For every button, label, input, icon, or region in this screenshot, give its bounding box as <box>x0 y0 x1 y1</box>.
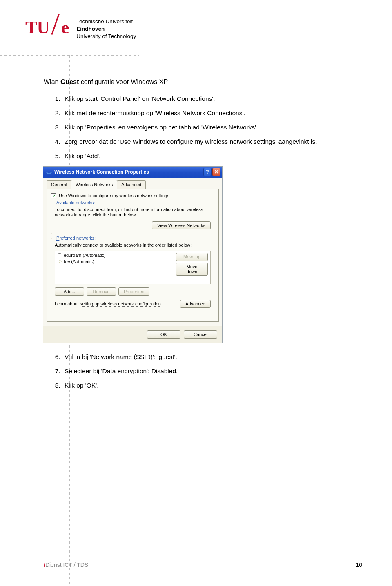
uni-line1: Technische Universiteit <box>76 18 136 25</box>
learn-row: Learn about setting up wireless network … <box>55 300 211 308</box>
page-header: TU / e Technische Universiteit Eindhoven… <box>25 17 136 40</box>
uni-line3: University of Technology <box>76 33 136 40</box>
help-button[interactable]: ? <box>203 168 212 176</box>
use-windows-checkbox-row: ✔ Use Windows to configure my wireless n… <box>51 193 214 198</box>
learn-prefix: Learn about <box>55 301 80 306</box>
step-item: Klik op start 'Control Panel' en 'Networ… <box>62 95 362 103</box>
steps-list-after: Vul in bij 'Network name (SSID)': 'guest… <box>62 353 362 390</box>
wireless-icon <box>46 169 52 175</box>
use-windows-label: Use Windows to configure my wireless net… <box>59 193 169 198</box>
tab-strip: General Wireless Networks Advanced <box>47 180 219 189</box>
available-networks-group: Available networks: To connect to, disco… <box>51 203 214 234</box>
list-item[interactable]: eduroam (Automatic) <box>58 253 171 258</box>
use-windows-checkbox[interactable]: ✔ <box>51 193 56 198</box>
learn-text: Learn about setting up wireless network … <box>55 301 162 306</box>
preferred-networks-text: Automatically connect to available netwo… <box>55 243 211 248</box>
document-content: Wlan Guest configuratie voor Windows XP … <box>44 78 362 396</box>
tab-wireless-networks[interactable]: Wireless Networks <box>71 180 117 189</box>
move-up-button[interactable]: Move up <box>176 253 208 261</box>
tab-advanced[interactable]: Advanced <box>117 180 146 189</box>
page-number: 10 <box>356 561 362 568</box>
view-wireless-networks-button[interactable]: View Wireless Networks <box>152 221 211 229</box>
title-suffix: configuratie voor Windows XP <box>79 78 168 85</box>
learn-link[interactable]: setting up wireless network configuratio… <box>80 301 162 307</box>
close-button[interactable]: ✕ <box>212 168 220 176</box>
title-prefix: Wlan <box>44 78 60 85</box>
move-buttons: Move up Move down <box>174 251 210 284</box>
underline-w: W <box>68 193 72 198</box>
logo-tu: TU <box>25 17 49 38</box>
advanced-button[interactable]: Advanced <box>180 300 211 308</box>
svg-point-3 <box>60 253 60 254</box>
properties-button[interactable]: Properties <box>118 287 149 296</box>
step-item: Zorg ervoor dat de 'Use Windows to confi… <box>62 138 362 146</box>
logo-e: e <box>61 17 69 38</box>
title-bold: Guest <box>60 78 79 85</box>
preferred-networks-group: Preferred networks: Automatically connec… <box>51 238 214 312</box>
dialog-titlebar: Wireless Network Connection Properties ?… <box>43 167 222 178</box>
university-name: Technische Universiteit Eindhoven Univer… <box>76 18 136 40</box>
svg-point-0 <box>49 174 49 174</box>
network-label: tue (Automatic) <box>64 259 94 264</box>
ok-button[interactable]: OK <box>147 330 180 339</box>
available-networks-title: Available networks: <box>55 200 97 205</box>
step-item: Klik op 'OK'. <box>62 381 362 390</box>
step-item: Vul in bij 'Network name (SSID)': 'guest… <box>62 353 362 361</box>
antenna-icon <box>58 253 62 258</box>
tab-general[interactable]: General <box>47 180 71 189</box>
step-item: Klik op 'Add'. <box>62 152 362 160</box>
network-list: eduroam (Automatic) tue (Automatic) <box>55 251 174 284</box>
step-item: Klik met de rechtermuisknop op 'Wireless… <box>62 109 362 118</box>
dialog-body: General Wireless Networks Advanced ✔ Use… <box>43 178 222 326</box>
svg-point-4 <box>60 262 60 263</box>
preferred-networks-title: Preferred networks: <box>55 236 97 241</box>
page-footer: /Dienst ICT / TDS 10 <box>44 561 362 568</box>
wifi-icon <box>58 259 62 264</box>
uni-line2: Eindhoven <box>76 25 136 33</box>
step-item: Selecteer bij 'Data encryption': Disable… <box>62 367 362 376</box>
logo-slash-icon: / <box>51 14 60 35</box>
section-title: Wlan Guest configuratie voor Windows XP <box>44 78 362 86</box>
step-item: Klik op 'Properties' en vervolgens op he… <box>62 123 362 132</box>
xp-properties-dialog: Wireless Network Connection Properties ?… <box>43 166 223 343</box>
cancel-button[interactable]: Cancel <box>184 330 217 339</box>
dialog-footer: OK Cancel <box>43 326 222 343</box>
available-networks-text: To connect to, disconnect from, or find … <box>55 207 211 218</box>
preferred-networks-listbox[interactable]: eduroam (Automatic) tue (Automatic) Move… <box>55 251 211 284</box>
footer-dept-text: Dienst ICT / TDS <box>45 561 88 568</box>
footer-dept: /Dienst ICT / TDS <box>44 561 88 568</box>
dialog-title: Wireless Network Connection Properties <box>54 169 203 175</box>
steps-list-before: Klik op start 'Control Panel' en 'Networ… <box>62 95 362 160</box>
network-label: eduroam (Automatic) <box>64 253 106 258</box>
list-item[interactable]: tue (Automatic) <box>58 259 171 264</box>
list-buttons-row: Add... Remove Properties <box>55 287 211 296</box>
remove-button[interactable]: Remove <box>87 287 116 296</box>
move-down-button[interactable]: Move down <box>176 263 208 276</box>
tab-content: ✔ Use Windows to configure my wireless n… <box>47 189 219 322</box>
add-button[interactable]: Add... <box>55 287 84 296</box>
